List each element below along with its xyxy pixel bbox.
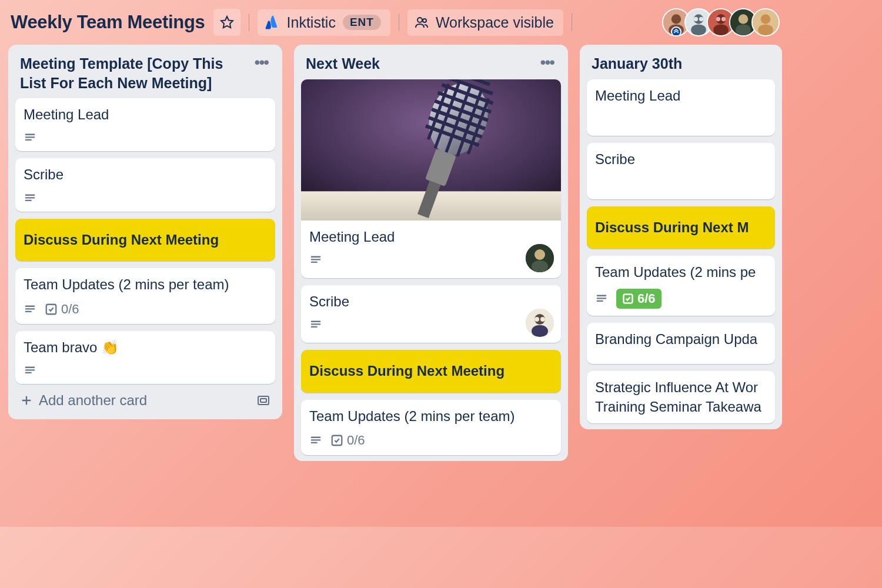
card-title: Team Updates (2 mins per team) [309,407,553,426]
card-member-avatar[interactable] [526,244,554,272]
list-meeting-template: Meeting Template [Copy This List For Eac… [8,45,282,419]
svg-point-16 [739,14,749,24]
svg-rect-23 [25,139,32,141]
svg-rect-49 [311,326,318,328]
svg-point-14 [721,17,726,21]
card-member-avatar[interactable] [526,309,554,337]
svg-rect-21 [25,134,35,135]
svg-rect-41 [311,256,321,257]
svg-rect-33 [25,372,32,373]
svg-rect-61 [597,300,603,302]
svg-point-9 [699,17,703,21]
divider [572,14,572,31]
checklist-badge-complete: 6/6 [616,289,662,309]
list-menu-button[interactable]: ••• [252,54,270,71]
card[interactable]: Team bravo 👏 [15,331,275,384]
svg-rect-56 [311,439,321,440]
list-title[interactable]: Next Week [306,54,538,74]
card-title: Meeting Lead [595,86,767,105]
card-cover-image [301,79,561,220]
card[interactable]: Team Updates (2 mins pe 6/6 [587,256,775,316]
card[interactable]: Meeting Lead [587,79,775,136]
card[interactable]: Branding Campaign Upda [587,323,775,364]
card[interactable]: Scribe [15,158,275,211]
svg-rect-7 [691,25,706,35]
card-title: Team bravo 👏 [24,338,267,357]
svg-rect-25 [25,197,35,198]
divider [399,14,399,31]
add-card-button[interactable]: Add another card [14,384,276,413]
svg-rect-32 [25,369,35,370]
card-title: Team Updates (2 mins pe [595,263,767,282]
svg-rect-24 [25,194,35,195]
svg-point-13 [716,17,720,21]
description-icon [309,253,322,266]
top-bar: Weekly Team Meetings Inktistic ENT Works… [0,0,790,45]
card-title: Discuss During Next Meeting [309,362,553,380]
svg-rect-31 [25,367,35,368]
svg-rect-43 [311,262,318,263]
list-january-30: January 30th Meeting Lead Scribe Discuss… [580,45,782,429]
list-menu-button[interactable]: ••• [538,54,556,71]
description-icon [24,192,36,205]
workspace-button[interactable]: Inktistic ENT [258,9,390,36]
card-title: Discuss During Next M [595,218,767,237]
workspace-tier-badge: ENT [343,15,381,30]
card-title: Strategic Influence At Wor Training Semi… [595,378,767,416]
checklist-badge: 0/6 [45,302,79,317]
card[interactable]: Scribe [301,285,561,343]
card[interactable]: Discuss During Next M [587,206,775,249]
atlassian-icon [265,15,280,30]
svg-point-8 [694,17,698,21]
svg-point-54 [540,317,545,322]
visibility-label: Workspace visible [436,14,554,31]
svg-rect-46 [532,260,548,272]
card[interactable]: Meeting Lead [301,79,561,278]
card[interactable]: Scribe [587,143,775,199]
card-title: Team Updates (2 mins per team) [24,275,267,294]
card-title: Discuss During Next Meeting [24,230,267,249]
svg-point-19 [761,14,771,24]
card[interactable]: Discuss During Next Meeting [15,219,275,261]
star-button[interactable] [213,9,240,36]
svg-rect-60 [597,298,607,299]
svg-point-0 [417,18,422,22]
card-title: Scribe [309,292,553,311]
svg-rect-35 [260,399,266,402]
svg-rect-26 [25,200,32,201]
card-title: Branding Campaign Upda [595,330,767,349]
member-avatars[interactable] [662,8,780,36]
svg-rect-17 [736,25,751,35]
svg-rect-29 [25,310,32,312]
svg-rect-27 [25,305,35,306]
svg-rect-47 [311,321,321,322]
svg-point-53 [534,317,539,322]
description-icon [24,303,36,316]
card-title: Meeting Lead [24,105,267,124]
visibility-button[interactable]: Workspace visible [407,9,563,36]
card[interactable]: Meeting Lead [15,98,275,151]
card[interactable]: Discuss During Next Meeting [301,350,561,392]
card[interactable]: Team Updates (2 mins per team) 0/6 [301,400,561,455]
svg-rect-22 [25,137,35,138]
chevron-up-icon [671,26,681,36]
description-icon [595,292,608,305]
avatar[interactable] [751,8,780,36]
list-title[interactable]: January 30th [592,54,770,74]
card-title: Meeting Lead [309,228,553,246]
template-icon[interactable] [256,393,270,407]
plus-icon [20,394,33,407]
card[interactable]: Team Updates (2 mins per team) 0/6 [15,268,275,323]
svg-rect-42 [311,259,321,260]
list-title[interactable]: Meeting Template [Copy This List For Eac… [20,54,252,92]
star-icon [220,15,234,29]
card-title: Scribe [595,150,767,169]
svg-point-1 [423,19,426,22]
description-icon [24,131,36,144]
description-icon [309,318,322,331]
people-icon [415,15,429,29]
board-canvas: Meeting Template [Copy This List For Eac… [0,45,790,461]
card[interactable]: Strategic Influence At Wor Training Semi… [587,371,775,423]
svg-rect-57 [311,442,318,443]
description-icon [309,434,322,447]
